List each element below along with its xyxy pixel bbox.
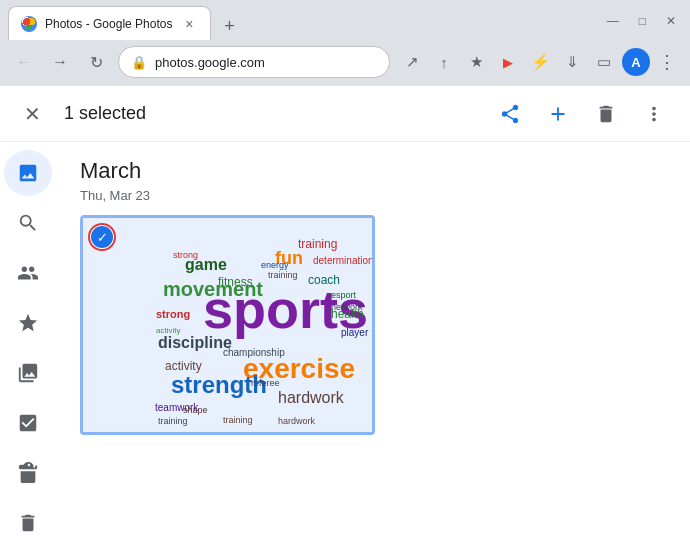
svg-text:strong: strong bbox=[173, 250, 198, 260]
sidebar-item-favorites[interactable] bbox=[4, 300, 52, 346]
address-bar: ← → ↻ 🔒 photos.google.com ↗ ↑ ★ ▶ ⚡ ⇓ ▭ … bbox=[0, 40, 690, 86]
close-selection-button[interactable]: ✕ bbox=[16, 98, 48, 130]
svg-text:hardwork: hardwork bbox=[278, 389, 345, 406]
new-tab-button[interactable]: + bbox=[215, 12, 243, 40]
svg-text:training: training bbox=[158, 416, 188, 426]
svg-text:coach: coach bbox=[308, 273, 340, 287]
photo-thumbnail[interactable]: sports exercise movement strength discip… bbox=[80, 215, 375, 435]
download-icon[interactable]: ⇓ bbox=[558, 48, 586, 76]
close-icon[interactable]: ✕ bbox=[660, 12, 682, 30]
restore-icon[interactable]: □ bbox=[633, 12, 652, 30]
minimize-icon[interactable]: — bbox=[601, 12, 625, 30]
selection-bar: ✕ 1 selected bbox=[0, 86, 690, 142]
svg-text:referee: referee bbox=[251, 378, 280, 388]
browser-chrome: Photos - Google Photos × + — □ ✕ ← → ↻ 🔒… bbox=[0, 0, 690, 86]
active-tab[interactable]: Photos - Google Photos × bbox=[8, 6, 211, 40]
share-icon[interactable]: ↑ bbox=[430, 48, 458, 76]
svg-text:strong: strong bbox=[156, 308, 190, 320]
svg-text:championship: championship bbox=[223, 347, 285, 358]
toolbar-icons: ↗ ↑ ★ ▶ ⚡ ⇓ ▭ A ⋮ bbox=[398, 47, 680, 77]
sidebar bbox=[0, 142, 56, 544]
sidebar-item-archive[interactable] bbox=[4, 450, 52, 496]
month-header: March bbox=[80, 158, 666, 184]
sidebar-item-albums[interactable] bbox=[4, 350, 52, 396]
svg-text:esport: esport bbox=[331, 290, 357, 300]
selection-count: 1 selected bbox=[64, 103, 146, 124]
date-header: Thu, Mar 23 bbox=[80, 188, 666, 203]
main-layout: March Thu, Mar 23 ✓ sports exercise move… bbox=[0, 142, 690, 544]
profile-button[interactable]: A bbox=[622, 48, 650, 76]
svg-text:network: network bbox=[331, 302, 363, 312]
bookmark-icon[interactable]: ★ bbox=[462, 48, 490, 76]
browser-menu-button[interactable]: ⋮ bbox=[654, 47, 680, 77]
photo-container: ✓ sports exercise movement strength disc… bbox=[80, 215, 375, 435]
tab-favicon bbox=[21, 16, 37, 32]
layout-icon[interactable]: ▭ bbox=[590, 48, 618, 76]
content-area: March Thu, Mar 23 ✓ sports exercise move… bbox=[56, 142, 690, 544]
svg-text:discipline: discipline bbox=[158, 334, 232, 351]
svg-text:determination: determination bbox=[313, 255, 372, 266]
selection-actions bbox=[490, 94, 674, 134]
title-bar: Photos - Google Photos × + — □ ✕ bbox=[0, 0, 690, 40]
more-options-button[interactable] bbox=[634, 94, 674, 134]
svg-text:fitness: fitness bbox=[218, 275, 253, 289]
url-text: photos.google.com bbox=[155, 55, 377, 70]
svg-text:training: training bbox=[223, 415, 253, 425]
svg-text:activity: activity bbox=[156, 326, 180, 335]
sidebar-item-search[interactable] bbox=[4, 200, 52, 246]
tab-close-btn[interactable]: × bbox=[180, 15, 198, 33]
app-content: ✕ 1 selected bbox=[0, 86, 690, 544]
svg-text:training: training bbox=[298, 237, 337, 251]
svg-text:activity: activity bbox=[165, 359, 202, 373]
forward-button[interactable]: → bbox=[46, 48, 74, 76]
extensions-icon[interactable]: ⚡ bbox=[526, 48, 554, 76]
sidebar-item-trash[interactable] bbox=[4, 500, 52, 544]
sidebar-item-sharing[interactable] bbox=[4, 250, 52, 296]
delete-button[interactable] bbox=[586, 94, 626, 134]
svg-text:energy: energy bbox=[261, 260, 289, 270]
reload-button[interactable]: ↻ bbox=[82, 48, 110, 76]
sidebar-item-utilities[interactable] bbox=[4, 400, 52, 446]
media-icon[interactable]: ▶ bbox=[494, 48, 522, 76]
add-to-album-button[interactable] bbox=[538, 94, 578, 134]
cast-icon[interactable]: ↗ bbox=[398, 48, 426, 76]
svg-text:training: training bbox=[268, 270, 298, 280]
svg-text:player: player bbox=[341, 327, 369, 338]
back-button[interactable]: ← bbox=[10, 48, 38, 76]
share-button[interactable] bbox=[490, 94, 530, 134]
svg-text:shape: shape bbox=[183, 405, 208, 415]
lock-icon: 🔒 bbox=[131, 55, 147, 70]
svg-text:hardwork: hardwork bbox=[278, 416, 316, 426]
photo-selection-circle[interactable]: ✓ bbox=[88, 223, 116, 251]
window-controls: — □ ✕ bbox=[601, 12, 682, 34]
tab-title: Photos - Google Photos bbox=[45, 17, 172, 31]
tab-area: Photos - Google Photos × + bbox=[8, 6, 243, 40]
url-bar[interactable]: 🔒 photos.google.com bbox=[118, 46, 390, 78]
sidebar-item-photos[interactable] bbox=[4, 150, 52, 196]
checkmark-icon: ✓ bbox=[91, 226, 113, 248]
